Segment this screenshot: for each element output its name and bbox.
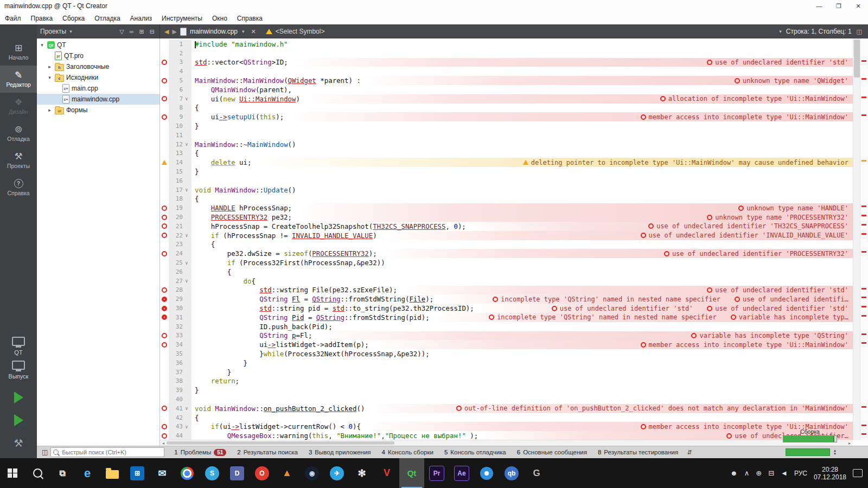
code-line-text[interactable]: ui->listWidget->addItem(p); xyxy=(192,341,369,349)
fold-marker[interactable]: ∨ xyxy=(183,233,190,238)
line-number[interactable]: 8 xyxy=(169,104,183,111)
vertical-scrollbar[interactable] xyxy=(853,38,860,440)
ruler-mark[interactable] xyxy=(861,114,866,116)
line-number[interactable]: 18 xyxy=(169,195,183,202)
code-line[interactable]: 38 return; xyxy=(160,376,853,386)
quick-search-input[interactable] xyxy=(61,448,162,456)
chevron-down-icon[interactable]: ▾ xyxy=(241,29,246,34)
code-line-text[interactable]: } xyxy=(192,359,247,367)
mode-edit[interactable]: ✎Редактор xyxy=(0,66,37,93)
quick-search[interactable] xyxy=(50,447,164,457)
line-number[interactable]: 16 xyxy=(169,177,183,184)
menu-item[interactable]: Анализ xyxy=(125,12,157,24)
line-number[interactable]: 2 xyxy=(169,50,183,57)
tree-item[interactable]: ▸hЗаголовочные xyxy=(37,61,159,72)
horizontal-scrollbar[interactable]: ◂ ▸ xyxy=(160,440,853,446)
display-icon[interactable]: ⊟ xyxy=(768,469,774,477)
output-tab-3[interactable]: 3Вывод приложения xyxy=(303,446,376,458)
code-line-text[interactable]: }while(Process32Next(hProcessSnap,&pe32)… xyxy=(192,350,430,358)
code-line-text[interactable]: if(ui->listWidget->currentRow() < 0){ xyxy=(192,422,361,431)
vivaldi-icon[interactable]: V xyxy=(374,458,399,488)
code-line[interactable]: 15} xyxy=(160,167,853,176)
line-number[interactable]: 26 xyxy=(169,268,183,275)
code-line-text[interactable]: pe32.dwSize = sizeof(PROCESSENTRY32); xyxy=(192,249,377,258)
code-line-text[interactable]: QString Pid = QString::fromStdString(pid… xyxy=(192,313,430,322)
code-line-text[interactable]: void MainWindow::on_pushButton_2_clicked… xyxy=(192,404,365,413)
code-line[interactable]: 3std::vector<QString>ID;use of undeclare… xyxy=(160,58,853,67)
debug-run-button[interactable] xyxy=(9,413,28,427)
code-line[interactable]: 17∨void MainWindow::Update() xyxy=(160,185,853,195)
code-line-text[interactable]: { xyxy=(192,104,199,112)
network-icon[interactable]: ⊕ xyxy=(756,469,762,477)
task-view-button[interactable]: ⧉ xyxy=(50,458,75,488)
code-line-text[interactable]: ui(new Ui::MainWindow) xyxy=(192,95,300,103)
ruler-mark[interactable] xyxy=(861,215,866,216)
code-line-text[interactable]: QString Fl = QString::fromStdWString(Fil… xyxy=(192,295,433,303)
code-line[interactable]: 13{ xyxy=(160,149,853,158)
line-number[interactable]: 40 xyxy=(169,396,183,403)
code-line-text[interactable]: std::string pid = std::to_string(pe32.th… xyxy=(192,304,474,312)
code-line[interactable]: 24 pe32.dwSize = sizeof(PROCESSENTRY32);… xyxy=(160,249,853,258)
code-line[interactable]: 25∨ if (Process32First(hProcessSnap,&pe3… xyxy=(160,258,853,267)
code-line-text[interactable]: } xyxy=(192,386,199,394)
error-marker[interactable] xyxy=(160,206,169,211)
line-number[interactable]: 1 xyxy=(169,41,183,48)
symbol-selector[interactable]: <Select Symbol> xyxy=(276,28,325,35)
code-line[interactable]: 34 ui->listWidget->addItem(p);member acc… xyxy=(160,340,853,349)
output-tab-5[interactable]: 5Консоль отладчика xyxy=(439,446,512,458)
code-line[interactable]: 37 } xyxy=(160,368,853,377)
ruler-mark[interactable] xyxy=(861,224,866,226)
ruler-mark[interactable] xyxy=(861,97,866,98)
back-icon[interactable]: ◀ xyxy=(164,28,169,35)
code-line[interactable]: 10} xyxy=(160,121,853,131)
line-number[interactable]: 22 xyxy=(169,232,183,239)
fold-marker[interactable]: ∨ xyxy=(183,424,190,429)
error-marker[interactable] xyxy=(160,60,169,65)
line-number[interactable]: 23 xyxy=(169,241,183,248)
ruler-mark[interactable] xyxy=(861,297,866,298)
open-file-name[interactable]: mainwindow.cpp xyxy=(190,28,238,35)
progress-arrows-icon[interactable]: ▲▼ xyxy=(833,449,837,455)
minimize-button[interactable]: — xyxy=(809,0,829,12)
error-marker[interactable] xyxy=(160,287,169,293)
code-line[interactable]: 43∨ if(ui->listWidget->currentRow() < 0)… xyxy=(160,422,853,431)
fold-marker[interactable]: ∨ xyxy=(183,278,190,284)
pane-updown-icon[interactable]: ⇵ xyxy=(684,449,695,456)
code-line-text[interactable]: std::vector<QString>ID; xyxy=(192,58,288,66)
expander-icon[interactable]: ▸ xyxy=(47,64,53,69)
overview-ruler[interactable] xyxy=(860,38,868,440)
code-line-text[interactable]: ID.push_back(Pid); xyxy=(192,323,333,331)
telegram-icon[interactable]: ✈ xyxy=(324,458,349,488)
code-line[interactable]: 29 QString Fl = QString::fromStdWString(… xyxy=(160,294,853,304)
code-line[interactable]: 16 xyxy=(160,176,853,185)
code-line[interactable]: 40 xyxy=(160,395,853,404)
scrollbar-thumb[interactable] xyxy=(167,441,394,445)
hidden-icons-chevron[interactable]: ∧ xyxy=(744,469,750,477)
expander-icon[interactable]: ▾ xyxy=(47,75,53,80)
chevron-down-icon[interactable]: ▾ xyxy=(778,29,783,34)
code-line[interactable]: 26 { xyxy=(160,267,853,277)
qt-creator-icon[interactable]: Qt xyxy=(399,458,424,488)
chrome-icon[interactable] xyxy=(175,458,200,488)
line-number[interactable]: 7 xyxy=(169,95,183,102)
ruler-mark[interactable] xyxy=(861,315,866,317)
code-line-text[interactable]: if (hProcessSnap != INVALID_HANDLE_VALUE… xyxy=(192,232,377,240)
mode-projects[interactable]: ⚒Проекты xyxy=(0,147,37,174)
split-editor-icon[interactable]: ◫ xyxy=(855,28,864,35)
skype-icon[interactable]: S xyxy=(200,458,225,488)
start-button[interactable] xyxy=(0,458,25,488)
code-line-text[interactable]: hProcessSnap = CreateToolhelp32Snapshot(… xyxy=(192,222,466,230)
menu-item[interactable]: Инструменты xyxy=(157,12,207,24)
line-number[interactable]: 31 xyxy=(169,314,183,321)
output-pane-toggle-icon[interactable]: ◫ xyxy=(39,448,50,456)
code-line-text[interactable]: do{ xyxy=(192,277,256,285)
mail-icon[interactable]: ✉ xyxy=(150,458,175,488)
code-line-text[interactable]: } xyxy=(192,122,199,130)
code-line[interactable]: 14 delete ui;deleting pointer to incompl… xyxy=(160,158,853,167)
line-number[interactable]: 42 xyxy=(169,414,183,421)
error-marker[interactable] xyxy=(160,114,169,120)
ruler-mark[interactable] xyxy=(861,306,866,307)
menu-item[interactable]: Справка xyxy=(232,12,267,24)
ruler-mark[interactable] xyxy=(861,233,866,235)
code-line[interactable]: 41∨void MainWindow::on_pushButton_2_clic… xyxy=(160,404,853,413)
